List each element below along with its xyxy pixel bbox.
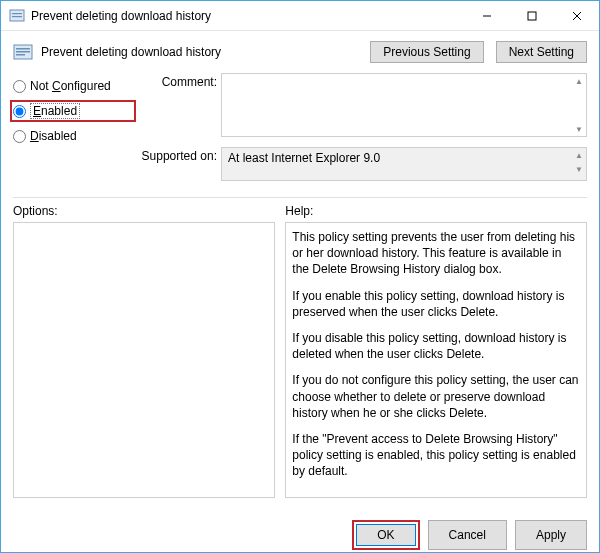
svg-rect-4 bbox=[528, 12, 536, 20]
help-panel: Help: This policy setting prevents the u… bbox=[285, 204, 587, 498]
close-button[interactable] bbox=[554, 1, 599, 31]
radio-enabled[interactable]: Enabled bbox=[13, 103, 80, 119]
help-paragraph: This policy setting prevents the user fr… bbox=[292, 229, 580, 278]
comment-field-wrap: ▲ ▼ bbox=[221, 73, 587, 141]
svg-rect-1 bbox=[12, 13, 22, 14]
help-paragraph: If you enable this policy setting, downl… bbox=[292, 288, 580, 320]
comment-label: Comment: bbox=[137, 73, 217, 89]
svg-rect-8 bbox=[16, 48, 30, 50]
window-title: Prevent deleting download history bbox=[31, 9, 464, 23]
supported-field-wrap: At least Internet Explorer 9.0 ▲ ▼ bbox=[221, 147, 587, 181]
ok-button[interactable]: OK bbox=[356, 524, 415, 546]
highlight-enabled: Enabled bbox=[10, 100, 136, 122]
options-label: Options: bbox=[13, 204, 275, 218]
footer: OK Cancel Apply bbox=[1, 510, 599, 553]
divider bbox=[13, 197, 587, 198]
maximize-button[interactable] bbox=[509, 1, 554, 31]
dialog-window: Prevent deleting download history Preven… bbox=[0, 0, 600, 553]
options-panel: Options: bbox=[13, 204, 275, 498]
help-box[interactable]: This policy setting prevents the user fr… bbox=[285, 222, 587, 498]
supported-label: Supported on: bbox=[137, 147, 217, 163]
policy-icon bbox=[9, 8, 25, 24]
next-setting-button[interactable]: Next Setting bbox=[496, 41, 587, 63]
cancel-button[interactable]: Cancel bbox=[428, 520, 507, 550]
dialog-body: Not Configured Enabled Disabled Comment:… bbox=[1, 73, 599, 510]
svg-rect-0 bbox=[10, 10, 24, 21]
highlight-ok: OK bbox=[352, 520, 419, 550]
svg-rect-10 bbox=[16, 54, 25, 56]
supported-value: At least Internet Explorer 9.0 bbox=[221, 147, 587, 181]
radio-not-configured[interactable]: Not Configured bbox=[13, 79, 133, 93]
help-label: Help: bbox=[285, 204, 587, 218]
previous-setting-button[interactable]: Previous Setting bbox=[370, 41, 483, 63]
help-paragraph: If the "Prevent access to Delete Browsin… bbox=[292, 431, 580, 480]
svg-rect-9 bbox=[16, 51, 30, 53]
minimize-button[interactable] bbox=[464, 1, 509, 31]
svg-rect-2 bbox=[12, 16, 22, 17]
header-row: Prevent deleting download history Previo… bbox=[1, 31, 599, 73]
comment-textarea[interactable] bbox=[221, 73, 587, 137]
radio-disabled[interactable]: Disabled bbox=[13, 129, 133, 143]
page-title: Prevent deleting download history bbox=[41, 45, 358, 59]
help-paragraph: If you disable this policy setting, down… bbox=[292, 330, 580, 362]
help-paragraph: If you do not configure this policy sett… bbox=[292, 372, 580, 421]
options-box[interactable] bbox=[13, 222, 275, 498]
apply-button[interactable]: Apply bbox=[515, 520, 587, 550]
policy-icon bbox=[13, 42, 33, 62]
titlebar: Prevent deleting download history bbox=[1, 1, 599, 31]
